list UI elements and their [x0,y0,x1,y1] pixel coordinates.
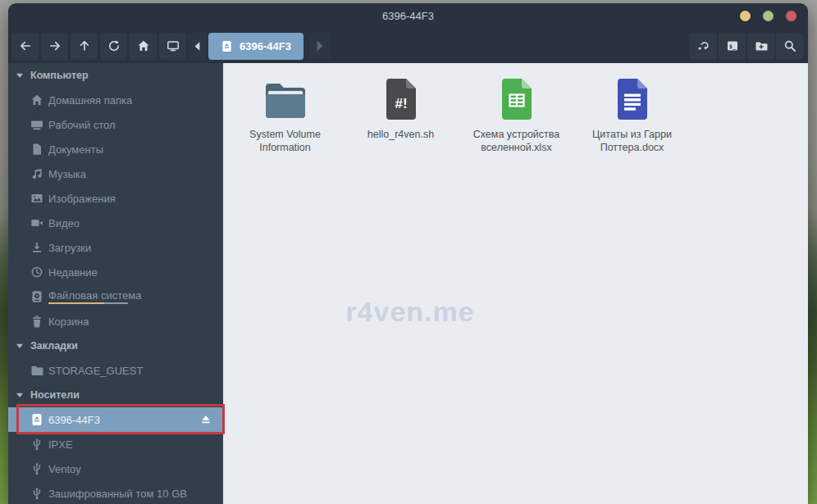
file-hello_r4ven-sh[interactable]: #!hello_r4ven.sh [343,75,459,154]
chevron-down-icon [16,342,24,350]
sidebar-item-label: Документы [48,143,103,156]
removable-drive-icon [30,413,43,426]
sidebar-item-label: 6396-44F3 [48,414,100,426]
trash-icon [30,315,43,328]
refresh-button[interactable] [100,33,127,60]
new-folder-icon [755,39,768,52]
document-icon [30,143,43,156]
back-button[interactable] [11,33,39,60]
file-name-label: Цитаты из Гарри Поттера.docx [578,129,687,154]
sidebar-item-ventoy[interactable]: Ventoy [8,456,223,481]
sidebar-item-label: Недавние [48,266,98,279]
sidebar: КомпьютерДомашняя папкаРабочий столДокум… [8,63,223,504]
refresh-icon [107,39,121,52]
sidebar-section-компьютер[interactable]: Компьютер [8,63,223,88]
sidebar-item-корзина[interactable]: Корзина [8,309,223,334]
maximize-button[interactable] [763,11,774,21]
up-button[interactable] [71,33,98,60]
sidebar-item-label: Изображения [48,193,116,205]
sidebar-item-зашифрованный-том-10-gb[interactable]: Зашифрованный том 10 GB [8,481,223,504]
search-button[interactable] [776,33,803,60]
music-icon [30,167,43,180]
file-схема-устройства-вселенной-xlsx[interactable]: Схема устройства вселенной.xlsx [459,75,574,154]
arrow-up-icon [78,39,91,52]
sidebar-item-label: Корзина [48,316,89,328]
sidebar-item-label: Компьютер [30,70,89,81]
toggle-location-icon [697,39,710,52]
file-pane[interactable]: System Volume Information#!hello_r4ven.s… [223,63,808,504]
sidebar-item-label: Зашифрованный том 10 GB [48,488,187,500]
usb-icon [30,487,43,500]
download-icon [30,241,43,254]
eject-button[interactable] [199,413,212,426]
file-name-label: Схема устройства вселенной.xlsx [463,129,571,154]
sidebar-section-носители[interactable]: Носители [8,383,223,407]
computer-button[interactable] [159,33,186,60]
toggle-location-entry-button[interactable] [690,33,717,60]
sidebar-item-видео[interactable]: Видео [8,211,223,235]
sidebar-item-label: IPXE [48,438,73,451]
sidebar-item-документы[interactable]: Документы [8,137,223,161]
sidebar-item-домашняя-папка[interactable]: Домашняя папка [8,88,223,112]
sidebar-item-label: Файловая система [48,289,141,304]
path-scroll-right-button[interactable] [309,33,331,60]
removable-drive-icon [221,40,233,52]
harddisk-icon [30,290,43,303]
window-controls [740,3,796,29]
chevron-right-icon [309,35,331,57]
minimize-button[interactable] [740,11,751,21]
sidebar-item-файловая-система[interactable]: Файловая система [8,284,223,309]
terminal-icon: $_ [726,39,739,52]
file-цитаты-из-гарри-поттера-docx[interactable]: Цитаты из Гарри Поттера.docx [574,75,690,154]
desktop-wallpaper: { "window": { "title": "6396-44F3", "con… [0,0,817,504]
sidebar-item-label: Рабочий стол [48,119,116,131]
file-grid: System Volume Information#!hello_r4ven.s… [223,63,808,154]
window-title: 6396-44F3 [382,10,434,22]
video-icon [30,216,43,229]
toolbar-action-group: $_ [690,33,803,60]
sidebar-item-рабочий-стол[interactable]: Рабочий стол [8,112,223,137]
breadcrumb-label: 6396-44F3 [240,40,291,52]
sidebar-section-закладки[interactable]: Закладки [8,334,223,358]
file-name-label: hello_r4ven.sh [367,129,434,142]
sidebar-item-label: STORAGE_GUEST [48,365,143,377]
close-button[interactable] [786,11,796,21]
sidebar-item-label: Видео [48,217,80,229]
sidebar-item-музыка[interactable]: Музыка [8,161,223,186]
chevron-left-icon [189,38,206,55]
chevron-down-icon [16,391,24,399]
sidebar-item-label: Закладки [30,340,78,352]
open-terminal-button[interactable]: $_ [719,33,746,60]
new-folder-button[interactable] [747,33,774,60]
file-system-volume-information[interactable]: System Volume Information [227,75,343,154]
sidebar-item-label: Загрузки [48,242,91,254]
home-button[interactable] [130,33,157,60]
sidebar-item-storage_guest[interactable]: STORAGE_GUEST [8,358,223,383]
folder-icon [30,364,43,377]
search-icon [783,39,796,52]
chevron-down-icon [16,71,24,79]
file-name-label: System Volume Information [231,129,340,154]
usb-icon [30,462,43,475]
image-icon [30,192,43,205]
sidebar-item-недавние[interactable]: Недавние [8,260,223,284]
window-content: КомпьютерДомашняя папкаРабочий столДокум… [8,63,808,504]
word-document-icon [615,75,650,121]
sidebar-item-6396-44f3[interactable]: 6396-44F3 [8,407,223,432]
arrow-right-icon [48,39,62,52]
sidebar-item-изображения[interactable]: Изображения [8,186,223,211]
file-manager-window: 6396-44F3 6396-44F3 $_ КомпьютерДомашняя… [8,3,808,504]
sidebar-item-ipxe[interactable]: IPXE [8,432,223,456]
path-scroll-left-button[interactable] [189,33,206,60]
clock-icon [30,266,43,279]
arrow-left-icon [19,39,32,52]
sidebar-item-загрузки[interactable]: Загрузки [8,235,223,260]
home-icon [30,93,43,107]
spreadsheet-icon [500,75,534,121]
forward-button[interactable] [41,33,68,60]
sidebar-item-label: Носители [30,389,80,401]
toolbar-nav-group [11,33,186,60]
svg-text:#!: #! [395,96,407,111]
breadcrumb[interactable]: 6396-44F3 [208,33,304,60]
desktop-icon [30,118,43,131]
